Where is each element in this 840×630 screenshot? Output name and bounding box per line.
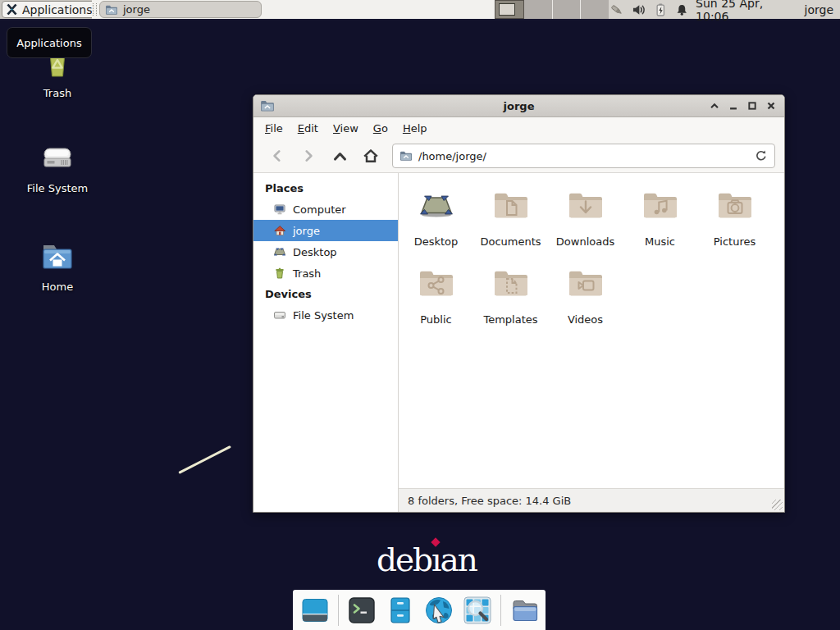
workspace-window-preview [499,3,515,16]
path-bar[interactable]: /home/jorge/ [392,144,775,168]
path-folder-icon [399,149,413,162]
menu-file[interactable]: File [258,118,290,139]
sidebar-item-trash[interactable]: Trash [253,262,398,284]
shade-button[interactable] [708,99,721,112]
applications-button[interactable]: Applications [2,1,99,18]
window-title: jorge [253,100,784,112]
panel-handle[interactable] [93,3,97,16]
folder-label: Downloads [556,235,614,248]
home-folder-icon [36,236,79,277]
sidebar-item-label: Computer [293,203,346,216]
path-text[interactable]: /home/jorge/ [418,150,749,162]
desktop-icon-file-system[interactable]: File System [8,138,107,194]
folder-icon [105,3,118,16]
taskbar-window-label: jorge [123,3,150,16]
places-header: Places [253,178,398,199]
web-browser-icon [423,595,454,626]
applications-label: Applications [22,3,93,16]
web-browser-launcher[interactable] [423,595,454,626]
templates-folder-icon [491,263,531,303]
battery-icon[interactable] [654,2,668,17]
maximize-button[interactable] [746,99,759,112]
back-button[interactable] [262,144,292,168]
videos-folder-icon [566,263,605,303]
menu-view[interactable]: View [326,118,366,139]
file-view[interactable]: Desktop Documents [399,173,784,488]
desktop-icon-label: Home [8,281,107,293]
public-folder-icon [417,263,456,303]
terminal-icon [347,596,377,625]
sidebar-item-desktop[interactable]: Desktop [253,241,398,262]
workspace-1[interactable] [495,0,524,19]
folder-item-videos[interactable]: Videos [548,263,623,341]
sidebar-item-computer[interactable]: Computer [253,199,398,220]
titlebar[interactable]: jorge [253,95,784,117]
workspace-3[interactable] [553,0,582,19]
stylus-icon[interactable] [609,2,624,17]
folder-item-public[interactable]: Public [399,263,473,341]
folder-item-templates[interactable]: Templates [473,263,548,341]
bell-icon[interactable] [675,2,689,17]
folder-label: Music [645,235,675,248]
system-tray: Sun 25 Apr, 10:06 jorge [609,0,840,19]
sidebar-item-file-system[interactable]: File System [253,304,398,326]
menu-go[interactable]: Go [366,118,395,139]
folder-item-desktop[interactable]: Desktop [399,185,473,263]
tooltip-text: Applications [16,37,81,49]
taskbar-window-button[interactable]: jorge [99,1,262,18]
computer-icon [273,203,286,216]
app-finder-launcher[interactable] [462,595,493,626]
folder-label: Videos [568,313,603,326]
sidebar-item-label: Trash [293,267,321,280]
menubar: File Edit View Go Help [253,117,784,139]
sidebar: Places Computer jorge [253,173,399,512]
workspace-switcher [495,0,609,19]
close-button[interactable] [765,99,778,112]
dock-separator [338,595,339,626]
hard-drive-icon [38,138,77,179]
dock [293,590,546,630]
minimize-button[interactable] [727,99,740,112]
desktop-mini-icon [273,245,286,258]
workspace-2[interactable] [524,0,553,19]
desktop-icon-home[interactable]: Home [8,236,107,293]
up-button[interactable] [325,144,354,168]
devices-header: Devices [253,284,398,304]
terminal-launcher[interactable] [346,595,377,626]
folder-label: Templates [483,313,537,326]
file-cabinet-launcher[interactable] [385,595,416,626]
forward-button[interactable] [294,144,323,168]
folder-label: Documents [480,235,541,248]
sidebar-item-jorge[interactable]: jorge [253,220,398,241]
menu-help[interactable]: Help [395,118,435,139]
show-desktop-button[interactable] [299,595,331,626]
dock-separator [500,595,501,626]
file-cabinet-icon [386,596,415,625]
workspace-4[interactable] [581,0,609,19]
music-folder-icon [641,185,680,225]
debian-logo-text: deb [377,541,431,578]
desktop-icon-label: Trash [8,87,107,99]
panel-clock[interactable]: Sun 25 Apr, 10:06 [696,0,797,23]
desktop-special-icon [417,185,456,225]
panel-username[interactable]: jorge [805,3,833,16]
xfce-logo-icon [6,3,18,16]
status-text: 8 folders, Free space: 14.4 GiB [408,495,571,507]
file-manager-window: jorge File Edit View Go Help [253,94,785,513]
show-desktop-icon [300,596,330,625]
file-manager-icon [509,596,539,625]
resize-grip[interactable] [772,500,783,510]
folder-item-downloads[interactable]: Downloads [548,185,623,263]
sidebar-item-label: jorge [293,225,320,237]
folder-item-pictures[interactable]: Pictures [697,185,772,263]
reload-icon[interactable] [755,149,768,162]
home-button[interactable] [356,144,386,168]
volume-icon[interactable] [632,2,646,17]
applications-segment: Applications [0,0,92,19]
folder-item-music[interactable]: Music [623,185,697,263]
drive-icon [273,308,286,322]
file-manager-launcher[interactable] [509,595,540,626]
folder-item-documents[interactable]: Documents [473,185,548,263]
menu-edit[interactable]: Edit [290,118,326,139]
stray-line-artifact [178,445,231,474]
